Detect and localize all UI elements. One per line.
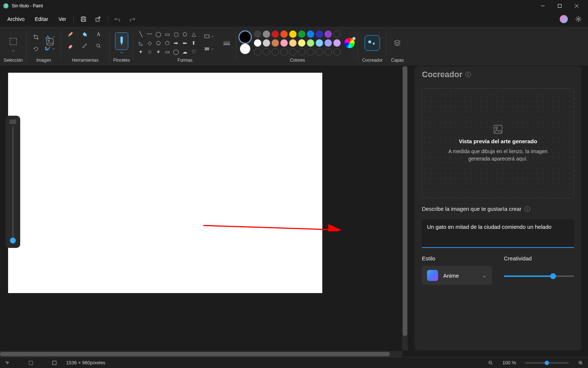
image-generate-icon[interactable] <box>43 35 57 49</box>
color-swatch-empty[interactable] <box>316 48 323 55</box>
color-swatch-empty[interactable] <box>280 48 288 55</box>
color-swatch[interactable] <box>263 30 270 38</box>
color-swatch[interactable] <box>263 39 270 47</box>
fill-icon[interactable] <box>79 29 90 39</box>
share-icon[interactable] <box>92 13 105 25</box>
color-swatch-empty[interactable] <box>272 48 279 55</box>
color-swatch-empty[interactable] <box>298 48 305 55</box>
color-swatch[interactable] <box>272 39 279 47</box>
shape-callout-cloud-icon[interactable]: ☁ <box>181 48 189 55</box>
canvas[interactable] <box>8 73 322 293</box>
save-icon[interactable] <box>77 13 90 25</box>
shape-roundrect-icon[interactable]: ▢ <box>172 30 180 38</box>
color-swatch[interactable] <box>272 30 279 38</box>
shape-diamond-icon[interactable]: ◇ <box>146 39 153 47</box>
redo-icon[interactable] <box>126 13 139 25</box>
shape-star5-icon[interactable]: ☆ <box>146 48 153 55</box>
style-dropdown[interactable]: Anime ⌄ <box>422 266 492 285</box>
color-secondary[interactable] <box>240 44 250 54</box>
color-swatch[interactable] <box>298 39 305 47</box>
shape-outline-dropdown[interactable] <box>203 32 215 42</box>
shape-uarrow-icon[interactable]: ⬆ <box>190 39 197 47</box>
layers-button[interactable] <box>390 36 405 50</box>
cocreator-button[interactable] <box>365 35 380 51</box>
color-swatch-empty[interactable] <box>333 48 341 55</box>
settings-icon[interactable] <box>572 13 585 25</box>
color-swatch[interactable] <box>254 39 261 47</box>
color-swatch[interactable] <box>280 30 288 38</box>
color-swatch[interactable] <box>298 30 305 38</box>
zoom-slider[interactable] <box>525 362 569 364</box>
shape-line-icon[interactable]: ╲ <box>137 30 144 38</box>
shape-curve-icon[interactable]: 〰 <box>146 30 153 38</box>
shape-rarrow-icon[interactable]: ➡ <box>172 39 180 47</box>
brush-size-thumb[interactable] <box>10 238 16 243</box>
color-swatch[interactable] <box>307 39 314 47</box>
color-swatch[interactable] <box>325 39 332 47</box>
color-primary[interactable] <box>240 32 250 42</box>
cocreator-panel: Cocreador i Vista previa del arte genera… <box>408 66 588 357</box>
color-swatch[interactable] <box>289 30 297 38</box>
shape-rect-icon[interactable]: ▭ <box>164 30 171 38</box>
info-icon[interactable]: i <box>524 206 530 212</box>
shapes-palette[interactable]: ╲ 〰 ◯ ▭ ▢ ⬠ △ ◺ ◇ ⬠ ⬡ ➡ ⬅ ⬆ ✦ ☆ ✶ ▭ ◯ ☁ <box>137 30 197 55</box>
color-swatch-empty[interactable] <box>333 30 341 38</box>
shape-star4-icon[interactable]: ✦ <box>137 48 144 55</box>
color-swatch-empty[interactable] <box>325 48 332 55</box>
horizontal-scrollbar[interactable] <box>0 351 402 357</box>
color-wheel-icon[interactable] <box>344 38 355 48</box>
shape-larrow-icon[interactable]: ⬅ <box>181 39 189 47</box>
text-icon[interactable]: A <box>93 29 104 39</box>
account-avatar[interactable] <box>557 13 570 25</box>
rotate-icon[interactable] <box>30 44 42 54</box>
shape-oval-icon[interactable]: ◯ <box>155 30 162 38</box>
shape-heart-icon[interactable]: ♡ <box>190 48 197 55</box>
info-icon[interactable]: i <box>465 72 471 77</box>
menu-file[interactable]: Archivo <box>3 14 29 24</box>
shape-fill-dropdown[interactable] <box>203 44 215 54</box>
shape-star6-icon[interactable]: ✶ <box>155 48 162 55</box>
shape-callout-rect-icon[interactable]: ▭ <box>164 48 171 55</box>
color-swatch[interactable] <box>325 30 332 38</box>
shape-polygon-icon[interactable]: ⬠ <box>181 30 189 38</box>
chevron-down-icon[interactable] <box>11 50 15 52</box>
prompt-input[interactable] <box>422 219 574 248</box>
shape-triangle-icon[interactable]: △ <box>190 30 197 38</box>
color-swatch[interactable] <box>316 39 323 47</box>
color-swatch-empty[interactable] <box>254 48 261 55</box>
select-tool[interactable] <box>6 34 21 49</box>
creativity-slider[interactable] <box>504 273 574 280</box>
zoom-in-icon[interactable] <box>578 360 584 366</box>
menu-view[interactable]: Ver <box>54 14 71 24</box>
color-swatch[interactable] <box>316 30 323 38</box>
chevron-down-icon[interactable] <box>120 51 123 54</box>
shape-rtriangle-icon[interactable]: ◺ <box>137 39 144 47</box>
color-swatch-empty[interactable] <box>263 48 270 55</box>
color-swatch[interactable] <box>280 39 288 47</box>
brush-size-slider[interactable] <box>6 116 20 248</box>
panel-title: Cocreador i <box>422 71 574 81</box>
color-swatch[interactable] <box>254 30 261 38</box>
color-swatch[interactable] <box>333 39 341 47</box>
maximize-button[interactable] <box>551 0 568 12</box>
shape-pentagon-icon[interactable]: ⬠ <box>155 39 162 47</box>
zoom-out-icon[interactable] <box>488 360 494 366</box>
minimize-button[interactable] <box>534 0 551 12</box>
color-picker-icon[interactable] <box>79 41 90 51</box>
shape-hexagon-icon[interactable]: ⬡ <box>164 39 171 47</box>
close-button[interactable] <box>568 0 585 12</box>
menu-edit[interactable]: Editar <box>31 14 53 24</box>
undo-icon[interactable] <box>111 13 124 25</box>
line-weight-dropdown[interactable] <box>221 38 233 48</box>
shape-callout-oval-icon[interactable]: ◯ <box>172 48 180 55</box>
color-swatch[interactable] <box>307 30 314 38</box>
crop-icon[interactable] <box>30 32 42 42</box>
pencil-icon[interactable] <box>65 29 76 39</box>
magnifier-icon[interactable] <box>93 41 104 51</box>
color-swatch[interactable] <box>289 39 297 47</box>
vertical-scrollbar[interactable] <box>402 66 408 350</box>
color-swatch-empty[interactable] <box>307 48 314 55</box>
color-swatch-empty[interactable] <box>289 48 297 55</box>
eraser-icon[interactable] <box>65 41 76 51</box>
brush-tool[interactable] <box>115 32 128 50</box>
